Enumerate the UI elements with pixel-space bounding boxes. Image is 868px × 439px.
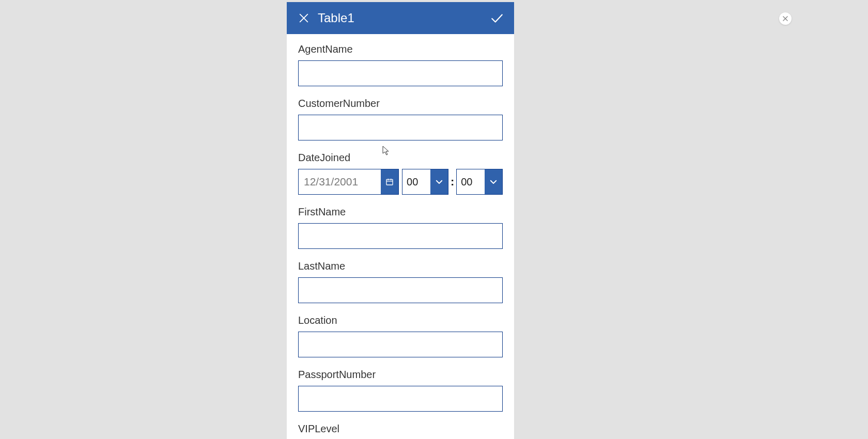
label-last-name: LastName [298, 260, 503, 272]
label-first-name: FirstName [298, 206, 503, 218]
minute-dropdown-button[interactable] [485, 169, 502, 194]
close-icon [298, 12, 309, 24]
field-first-name: FirstName [298, 206, 503, 249]
input-location[interactable] [298, 332, 503, 357]
input-last-name[interactable] [298, 277, 503, 303]
date-value: 12/31/2001 [299, 169, 381, 194]
chevron-down-icon [489, 177, 498, 186]
chevron-down-icon [435, 177, 444, 186]
input-passport-number[interactable] [298, 386, 503, 412]
input-first-name[interactable] [298, 223, 503, 249]
label-location: Location [298, 315, 503, 326]
hour-value: 00 [402, 169, 430, 194]
label-passport-number: PassportNumber [298, 369, 503, 381]
form-body[interactable]: AgentName CustomerNumber DateJoined 12/3… [287, 34, 514, 439]
label-vip-level: VIPLevel [298, 423, 503, 435]
input-customer-number[interactable] [298, 115, 503, 140]
close-icon [782, 15, 788, 22]
field-vip-level: VIPLevel [298, 423, 503, 439]
form-title: Table1 [318, 11, 489, 25]
field-passport-number: PassportNumber [298, 369, 503, 412]
calendar-icon [385, 178, 394, 186]
overlay-close-button[interactable] [779, 12, 792, 25]
checkmark-icon [490, 11, 504, 25]
hour-dropdown-button[interactable] [430, 169, 448, 194]
form-header: Table1 [287, 2, 514, 34]
svg-rect-2 [386, 179, 393, 185]
accept-button[interactable] [489, 10, 505, 26]
field-date-joined: DateJoined 12/31/2001 00 : 00 [298, 152, 503, 195]
calendar-button[interactable] [381, 169, 398, 194]
time-separator: : [451, 175, 454, 189]
field-customer-number: CustomerNumber [298, 98, 503, 140]
close-button[interactable] [296, 10, 312, 26]
label-date-joined: DateJoined [298, 152, 503, 164]
field-agent-name: AgentName [298, 43, 503, 86]
minute-value: 00 [457, 169, 485, 194]
label-agent-name: AgentName [298, 43, 503, 55]
form-panel: Table1 AgentName CustomerNumber DateJoin… [287, 2, 514, 439]
label-customer-number: CustomerNumber [298, 98, 503, 109]
field-last-name: LastName [298, 260, 503, 303]
date-time-row: 12/31/2001 00 : 00 [298, 169, 503, 195]
field-location: Location [298, 315, 503, 357]
date-picker[interactable]: 12/31/2001 [298, 169, 399, 195]
hour-picker[interactable]: 00 [402, 169, 448, 195]
minute-picker[interactable]: 00 [456, 169, 503, 195]
input-agent-name[interactable] [298, 60, 503, 86]
